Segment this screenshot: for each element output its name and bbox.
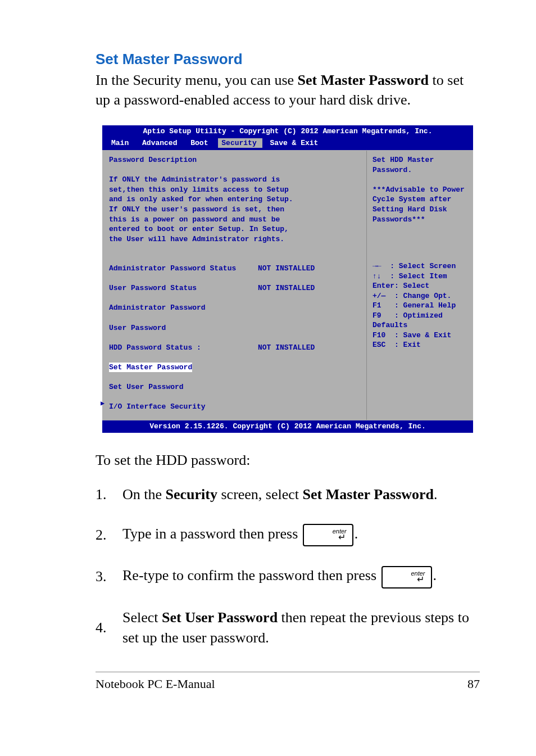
t: .: [434, 486, 438, 503]
pw-desc-line: If ONLY the Administrator's password is: [109, 175, 360, 185]
user-pw-status-value: NOT INSTALLED: [258, 283, 315, 293]
key-hint: ↑↓ : Select Item: [373, 271, 467, 282]
t: Type in a password then press: [122, 526, 302, 542]
bios-screenshot: Aptio Setup Utility - Copyright (C) 2012…: [102, 125, 473, 433]
admin-pw-status-row: Administrator Password Status NOT INSTAL…: [109, 264, 360, 274]
step-number: 1.: [96, 485, 122, 505]
intro-text: In the Security menu, you can use: [96, 72, 298, 88]
hdd-pw-status-label: HDD Password Status :: [109, 343, 258, 353]
key-hint: Defaults: [373, 320, 467, 331]
bios-tab-boot: Boot: [187, 138, 214, 148]
pw-desc-line: entered to boot or enter Setup. In Setup…: [109, 224, 360, 234]
t: Re-type to confirm the password then pre…: [122, 567, 380, 583]
step-3: 3. Re-type to confirm the password then …: [96, 565, 480, 588]
page-number: 87: [467, 677, 480, 691]
bios-body: Password Description If ONLY the Adminis…: [102, 150, 473, 420]
user-pw-status-label: User Password Status: [109, 283, 258, 293]
bios-right-panel: Set HDD Master Password. ***Advisable to…: [366, 151, 473, 419]
bios-key-legend: →← : Select Screen ↑↓ : Select Item Ente…: [373, 261, 467, 350]
step-2: 2. Type in a password then press enter↵.: [96, 524, 480, 546]
admin-pw-status-label: Administrator Password Status: [109, 264, 258, 274]
bios-tab-save-exit: Save & Exit: [267, 138, 324, 148]
set-master-password-item: Set Master Password: [109, 363, 360, 373]
t: Select: [122, 609, 162, 626]
step-text: On the Security screen, select Set Maste…: [122, 485, 480, 505]
user-pw-status-row: User Password Status NOT INSTALLED: [109, 283, 360, 293]
t: .: [433, 567, 437, 583]
hdd-pw-status-row: HDD Password Status : NOT INSTALLED: [109, 343, 360, 353]
set-user-password-item: Set User Password: [109, 382, 360, 392]
intro-bold: Set Master Password: [298, 72, 429, 88]
step-number: 2.: [96, 525, 122, 545]
pw-desc-line: and is only asked for when entering Setu…: [109, 194, 360, 205]
intro-paragraph: In the Security menu, you can use Set Ma…: [96, 70, 480, 110]
key-hint: Enter: Select: [373, 281, 467, 291]
admin-pw-status-value: NOT INSTALLED: [258, 264, 315, 274]
t: .: [355, 526, 358, 542]
steps-list: 1. On the Security screen, select Set Ma…: [96, 485, 480, 648]
help-line: ***Advisable to Power Cycle System after…: [373, 185, 467, 224]
t: screen, select: [217, 486, 303, 503]
step-text: Select Set User Password then repeat the…: [122, 608, 480, 649]
bios-left-panel: Password Description If ONLY the Adminis…: [102, 151, 366, 419]
bios-tab-security: Security: [218, 138, 262, 148]
bios-tab-main: Main: [108, 138, 134, 148]
key-hint: F1 : General Help: [373, 301, 467, 311]
bios-header: Aptio Setup Utility - Copyright (C) 2012…: [102, 125, 473, 138]
page-footer: Notebook PC E-Manual 87: [96, 672, 480, 691]
section-heading: Set Master Password: [96, 51, 480, 68]
step-text: Re-type to confirm the password then pre…: [122, 565, 480, 588]
t: On the: [122, 486, 166, 503]
step-number: 3.: [96, 567, 122, 587]
pw-desc-line: set,then this only limits access to Setu…: [109, 185, 360, 195]
key-hint: ESC : Exit: [373, 340, 467, 350]
pw-desc-line: this is a power on password and must be: [109, 215, 360, 225]
key-hint: +/— : Change Opt.: [373, 291, 467, 301]
return-arrow-icon: ↵: [417, 575, 424, 584]
step-number: 4.: [96, 618, 122, 638]
step-text: Type in a password then press enter↵.: [122, 524, 480, 546]
enter-key-icon: enter↵: [303, 524, 353, 546]
footer-title: Notebook PC E-Manual: [96, 677, 215, 691]
admin-password-item: Administrator Password: [109, 303, 360, 313]
hdd-pw-status-value: NOT INSTALLED: [258, 343, 315, 353]
t: Set Master Password: [303, 486, 434, 503]
key-hint: →← : Select Screen: [373, 261, 467, 271]
bios-tab-advanced: Advanced: [139, 138, 183, 148]
t: Set User Password: [162, 609, 278, 626]
user-password-item: User Password: [109, 323, 360, 333]
instruction-lead: To set the HDD password:: [96, 452, 480, 469]
bios-help-description: Set HDD Master Password. ***Advisable to…: [373, 155, 467, 224]
help-line: Set HDD Master Password.: [373, 155, 467, 175]
submenu-indicator-icon: ▶: [101, 399, 105, 408]
enter-key-icon: enter↵: [381, 566, 432, 588]
bios-tab-bar: Main Advanced Boot Security Save & Exit: [102, 138, 473, 151]
t: Security: [166, 486, 217, 503]
key-hint: F9 : Optimized: [373, 311, 467, 321]
pw-desc-line: the User will have Administrator rights.: [109, 234, 360, 245]
set-master-password-label: Set Master Password: [109, 363, 192, 373]
key-hint: F10 : Save & Exit: [373, 331, 467, 341]
bios-footer: Version 2.15.1226. Copyright (C) 2012 Am…: [102, 420, 473, 433]
io-interface-security-item: I/O Interface Security: [109, 402, 360, 412]
return-arrow-icon: ↵: [338, 533, 346, 542]
step-4: 4. Select Set User Password then repeat …: [96, 608, 480, 649]
pw-desc-line: If ONLY the user's password is set, then: [109, 205, 360, 215]
step-1: 1. On the Security screen, select Set Ma…: [96, 485, 480, 505]
pw-description-title: Password Description: [109, 155, 360, 165]
